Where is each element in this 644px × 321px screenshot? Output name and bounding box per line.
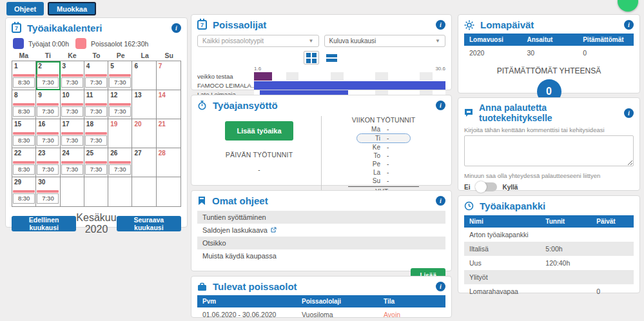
calendar-day-10[interactable]: 107:30 xyxy=(61,90,84,119)
calendar-day-22[interactable]: 228:30 xyxy=(12,148,36,177)
calendar-day-16[interactable]: 167:30 xyxy=(36,119,60,148)
day-time-entry[interactable]: 7:30 xyxy=(37,74,59,88)
chat-icon xyxy=(464,108,473,117)
instruction-item[interactable]: Tuntien syöttäminen xyxy=(197,211,445,224)
calendar-day-5[interactable]: 57:30 xyxy=(108,61,132,90)
day-time-entry[interactable]: 7:30 xyxy=(85,74,107,88)
bank-hours: 120:40h xyxy=(540,256,591,270)
calendar-day-4[interactable]: 47:30 xyxy=(84,61,108,90)
info-icon[interactable]: i xyxy=(436,20,445,30)
absence-bar xyxy=(37,132,59,135)
time-value: 7:30 xyxy=(61,135,83,146)
grid-view-button[interactable] xyxy=(304,51,319,64)
calendar-day-6[interactable]: 6 xyxy=(132,61,156,90)
day-time-entry[interactable]: 7:30 xyxy=(109,161,131,175)
week-day-value: - xyxy=(387,177,400,184)
col-ansaitut: Ansaitut xyxy=(522,34,578,46)
calendar-day-28[interactable]: 28 xyxy=(157,148,181,177)
calendar-day-21[interactable]: 21 xyxy=(157,119,181,148)
info-icon[interactable]: i xyxy=(436,282,445,291)
absence-status: Avoin xyxy=(378,307,445,321)
day-time-entry[interactable]: 8:30 xyxy=(13,74,35,88)
day-time-entry[interactable]: 7:30 xyxy=(61,74,83,88)
calendar-day-19[interactable]: 19 xyxy=(108,119,132,148)
calendar-day-15[interactable]: 158:30 xyxy=(12,119,36,148)
instruction-item[interactable]: Otsikko xyxy=(197,237,445,249)
calendar-day-17[interactable]: 177:30 xyxy=(61,119,84,148)
absence-bar xyxy=(13,190,35,193)
weekday-label: Ke xyxy=(60,52,84,59)
next-month-button[interactable]: Seuraava kuukausi xyxy=(117,216,181,231)
week-day-row[interactable]: Su- xyxy=(356,177,411,185)
instruction-item[interactable]: Saldojen laskukaava xyxy=(197,224,445,237)
week-day-row[interactable]: Pe- xyxy=(356,160,411,168)
contact-toggle[interactable] xyxy=(475,182,497,191)
period-select[interactable]: Kuluva kuukausi ▼ xyxy=(324,35,446,47)
calendar-day-23[interactable]: 237:30 xyxy=(36,148,60,177)
day-time-entry[interactable]: 7:30 xyxy=(61,103,83,117)
calendar-day-18[interactable]: 187:30 xyxy=(84,119,108,148)
info-icon[interactable]: i xyxy=(436,196,445,206)
info-icon[interactable]: i xyxy=(436,101,445,110)
day-time-entry[interactable]: 7:30 xyxy=(85,103,107,117)
day-time-entry[interactable]: 7:30 xyxy=(37,103,59,117)
day-time-entry[interactable]: 7:30 xyxy=(37,132,59,146)
week-day-row[interactable]: La- xyxy=(356,168,411,177)
muokkaa-button[interactable]: Muokkaa xyxy=(48,2,96,15)
day-time-entry[interactable]: 7:30 xyxy=(109,103,131,117)
calendar-day-7[interactable]: 7 xyxy=(157,61,181,90)
contact-label: Minuun saa olla yhteydessä palautteeseen… xyxy=(464,172,634,179)
day-time-entry[interactable]: 7:30 xyxy=(85,132,107,146)
day-time-entry[interactable]: 8:30 xyxy=(13,190,35,204)
omat-ohjeet-panel: Omat ohjeet i Tuntien syöttäminenSaldoje… xyxy=(191,190,452,271)
calendar-day-29[interactable]: 298:30 xyxy=(12,177,36,206)
add-worktime-button[interactable]: Lisää työaika xyxy=(225,121,293,141)
feedback-textarea[interactable] xyxy=(464,135,634,166)
calendar-day-12[interactable]: 127:30 xyxy=(108,90,132,119)
time-value: 7:30 xyxy=(61,106,83,117)
day-time-entry[interactable]: 7:30 xyxy=(37,190,59,204)
calendar-day-26[interactable]: 267:30 xyxy=(108,148,132,177)
day-time-entry[interactable]: 7:30 xyxy=(85,161,107,175)
ohjeet-button[interactable]: Ohjeet xyxy=(6,2,44,15)
col-paivat: Päivät xyxy=(591,215,634,228)
info-icon[interactable]: i xyxy=(624,108,634,118)
list-view-button[interactable] xyxy=(324,51,340,64)
week-day-row[interactable]: Ma- xyxy=(356,125,411,133)
absence-track xyxy=(254,72,445,81)
calendar-day-11[interactable]: 117:30 xyxy=(84,90,108,119)
calendar-day-20[interactable]: 20 xyxy=(132,119,156,148)
calendar-day-9[interactable]: 97:30 xyxy=(36,90,60,119)
previous-month-button[interactable]: Edellinen kuukausi xyxy=(12,216,76,231)
panel-title: Työaikakalenteri xyxy=(27,23,166,34)
calendar-day-27[interactable]: 27 xyxy=(132,148,156,177)
day-time-entry[interactable]: 7:30 xyxy=(109,74,131,88)
calendar-day-2[interactable]: 27:30 xyxy=(36,61,60,90)
week-day-row[interactable]: Ti- xyxy=(356,133,411,143)
absence-type-select[interactable]: Kaikki poissaolotyypit ▼ xyxy=(197,35,319,47)
calendar-day-3[interactable]: 37:30 xyxy=(61,61,84,90)
calendar-day-8[interactable]: 88:30 xyxy=(12,90,36,119)
day-time-entry[interactable]: 8:30 xyxy=(13,161,35,175)
day-time-entry[interactable]: 8:30 xyxy=(13,132,35,146)
calendar-day-14[interactable]: 14 xyxy=(157,90,181,119)
calendar-day-13[interactable]: 13 xyxy=(132,90,156,119)
calendar-day-1[interactable]: 18:30 xyxy=(12,61,36,90)
day-number: 11 xyxy=(84,90,108,99)
chat-fab-button[interactable] xyxy=(618,0,638,12)
day-time-entry[interactable]: 8:30 xyxy=(13,103,35,117)
day-time-entry[interactable]: 7:30 xyxy=(61,132,83,146)
calendar-day-25[interactable]: 257:30 xyxy=(84,148,108,177)
tyoajansyotto-panel: Työajansyöttö i Lisää työaika PÄIVÄN TYÖ… xyxy=(191,95,452,186)
week-day-row[interactable]: To- xyxy=(356,151,411,160)
day-time-entry[interactable]: 7:30 xyxy=(61,161,83,175)
week-day-row[interactable]: Ke- xyxy=(356,143,411,151)
bank-days xyxy=(591,270,634,284)
time-value: 7:30 xyxy=(37,135,59,146)
info-icon[interactable]: i xyxy=(171,23,181,33)
calendar-day-30[interactable]: 307:30 xyxy=(36,177,60,206)
calendar-day-24[interactable]: 247:30 xyxy=(61,148,84,177)
instruction-item[interactable]: Muista käydä kaupassa xyxy=(197,249,445,262)
day-time-entry[interactable]: 7:30 xyxy=(37,161,59,175)
info-icon[interactable]: i xyxy=(624,20,634,30)
